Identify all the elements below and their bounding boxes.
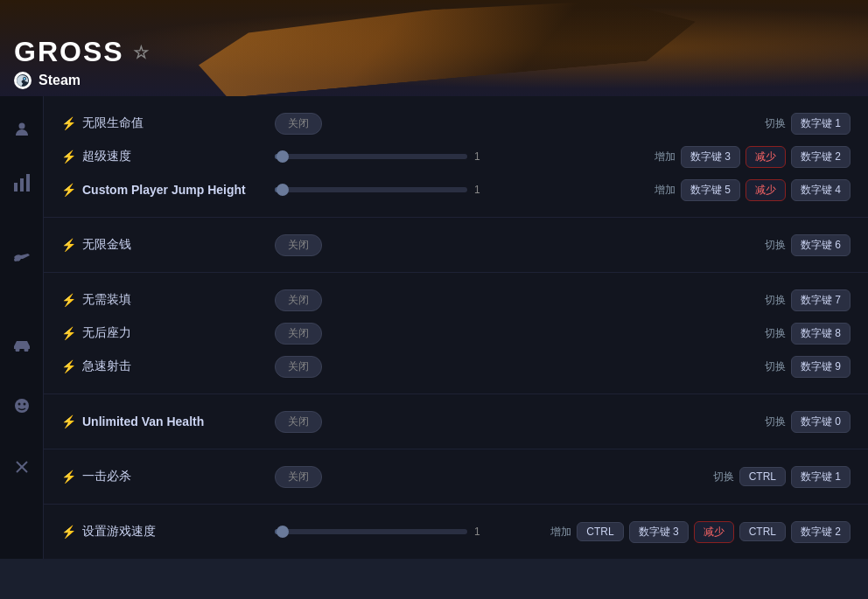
key-btn-numpad1-ohk[interactable]: 数字键 1	[791, 466, 850, 488]
cheat-row-van-health: ⚡ Unlimited Van Health 关闭 切换 数字键 0	[61, 405, 850, 438]
cheat-row-infinite-health: ⚡ 无限生命值 关闭 切换 数字键 1	[61, 107, 850, 140]
cheat-row-no-reload: ⚡ 无需装填 关闭 切换 数字键 7	[61, 283, 850, 317]
cheat-name-no-recoil: 无后座力	[82, 325, 275, 341]
slider-thumb-jump[interactable]	[276, 184, 289, 196]
keybind-game-speed: 增加 CTRL 数字键 3 减少 CTRL 数字键 2	[550, 521, 850, 543]
bolt-icon-9: ⚡	[61, 470, 75, 484]
svg-rect-4	[14, 183, 18, 192]
bolt-icon: ⚡	[61, 116, 75, 130]
key-btn-numpad9[interactable]: 数字键 9	[791, 356, 850, 378]
key-btn-ctrl-ohk[interactable]: CTRL	[739, 467, 786, 486]
toggle-btn-infinite-money[interactable]: 关闭	[275, 234, 322, 256]
toggle-btn-no-recoil[interactable]: 关闭	[275, 323, 322, 345]
slider-jump-height: 1	[275, 184, 520, 196]
svg-rect-5	[20, 178, 24, 192]
svg-point-7	[14, 258, 18, 261]
key-label-increase-3: 增加	[654, 150, 676, 164]
key-btn-numpad7[interactable]: 数字键 7	[791, 289, 850, 311]
favorite-star-icon[interactable]: ☆	[133, 42, 150, 63]
toggle-btn-infinite-health[interactable]: 关闭	[275, 113, 322, 135]
key-label-increase-ctrl3: 增加	[550, 525, 571, 540]
key-label-toggle-8: 切换	[765, 326, 786, 341]
sidebar-item-enemy[interactable]	[0, 380, 43, 432]
key-btn-numpad3-gs[interactable]: 数字键 3	[629, 521, 689, 543]
toggle-btn-rapid-fire[interactable]: 关闭	[275, 356, 322, 378]
slider-value-game-speed: 1	[474, 526, 492, 538]
sidebar	[0, 96, 44, 559]
section-money: ⚡ 无限金钱 关闭 切换 数字键 6	[44, 218, 868, 273]
keybind-infinite-money: 切换 数字键 6	[765, 234, 850, 256]
platform-row: Steam	[14, 72, 150, 89]
bolt-icon-5: ⚡	[61, 293, 75, 307]
section-enemy: ⚡ 一击必杀 关闭 切换 CTRL 数字键 1	[44, 449, 868, 505]
key-btn-numpad1[interactable]: 数字键 1	[791, 113, 850, 135]
cheat-row-infinite-money: ⚡ 无限金钱 关闭 切换 数字键 6	[61, 228, 850, 261]
key-label-toggle-6: 切换	[765, 238, 786, 253]
slider-value-jump: 1	[474, 184, 492, 196]
bolt-icon-6: ⚡	[61, 326, 75, 340]
cheat-name-infinite-health: 无限生命值	[82, 115, 275, 131]
bolt-icon-8: ⚡	[61, 414, 75, 428]
cheat-row-no-recoil: ⚡ 无后座力 关闭 切换 数字键 8	[61, 317, 850, 350]
main-layout: ⚡ 无限生命值 关闭 切换 数字键 1 ⚡ 超级速度 1	[0, 96, 868, 559]
sidebar-item-stats[interactable]	[0, 152, 43, 213]
bolt-icon-10: ⚡	[61, 525, 75, 539]
key-label-toggle-0: 切换	[765, 414, 786, 429]
keybind-no-reload: 切换 数字键 7	[765, 289, 850, 311]
game-title: GROSS	[14, 36, 124, 68]
key-decrease-game-speed[interactable]: 减少	[694, 521, 734, 543]
slider-thumb-speed[interactable]	[276, 150, 289, 163]
header-content: GROSS ☆ Steam	[0, 36, 150, 89]
sidebar-item-misc[interactable]	[0, 441, 43, 493]
key-btn-numpad0[interactable]: 数字键 0	[791, 411, 850, 433]
steam-icon	[14, 72, 32, 89]
cheat-row-one-hit-kill: ⚡ 一击必杀 关闭 切换 CTRL 数字键 1	[61, 460, 850, 493]
key-label-toggle-ctrl1: 切换	[713, 470, 734, 484]
bolt-icon-2: ⚡	[61, 150, 75, 164]
bolt-icon-7: ⚡	[61, 359, 75, 373]
keybind-van-health: 切换 数字键 0	[765, 411, 850, 433]
cheat-name-no-reload: 无需装填	[82, 292, 275, 308]
section-player: ⚡ 无限生命值 关闭 切换 数字键 1 ⚡ 超级速度 1	[44, 96, 868, 218]
sidebar-item-vehicle[interactable]	[0, 318, 43, 371]
cheat-row-rapid-fire: ⚡ 急速射击 关闭 切换 数字键 9	[61, 350, 850, 383]
cheat-name-rapid-fire: 急速射击	[82, 359, 275, 374]
cheat-name-jump-height: Custom Player Jump Height	[82, 183, 275, 197]
cheat-name-van-health: Unlimited Van Health	[82, 414, 275, 428]
bolt-icon-4: ⚡	[61, 238, 75, 252]
key-label-increase-5: 增加	[654, 183, 676, 198]
key-btn-numpad8[interactable]: 数字键 8	[791, 323, 850, 345]
key-btn-numpad2[interactable]: 数字键 2	[791, 146, 850, 168]
keybind-jump-height: 增加 数字键 5 减少 数字键 4	[654, 179, 850, 201]
cheat-row-jump-height: ⚡ Custom Player Jump Height 1 增加 数字键 5 减…	[61, 173, 850, 206]
key-label-toggle-9: 切换	[765, 359, 786, 374]
key-label-toggle-7: 切换	[765, 293, 786, 308]
sidebar-item-weapon[interactable]	[0, 213, 43, 301]
key-btn-numpad4[interactable]: 数字键 4	[791, 179, 850, 201]
key-btn-numpad2-gs[interactable]: 数字键 2	[791, 521, 850, 543]
key-decrease-jump[interactable]: 减少	[746, 179, 786, 201]
toggle-btn-one-hit-kill[interactable]: 关闭	[275, 466, 322, 488]
slider-super-speed: 1	[275, 150, 520, 163]
svg-point-2	[24, 78, 26, 80]
toggle-btn-van-health[interactable]: 关闭	[275, 411, 322, 433]
slider-thumb-game-speed[interactable]	[276, 526, 289, 538]
key-btn-numpad3[interactable]: 数字键 3	[681, 146, 740, 168]
key-btn-numpad5[interactable]: 数字键 5	[681, 179, 740, 201]
slider-track-jump[interactable]	[275, 187, 467, 192]
cheat-name-infinite-money: 无限金钱	[82, 237, 275, 253]
cheat-name-one-hit-kill: 一击必杀	[82, 469, 275, 484]
sidebar-item-player[interactable]	[0, 107, 43, 152]
content-area: ⚡ 无限生命值 关闭 切换 数字键 1 ⚡ 超级速度 1	[44, 96, 868, 559]
key-btn-ctrl-gs-inc[interactable]: CTRL	[577, 522, 623, 541]
keybind-rapid-fire: 切换 数字键 9	[765, 356, 850, 378]
slider-track-speed[interactable]	[275, 154, 467, 159]
slider-track-game-speed[interactable]	[275, 529, 467, 534]
key-decrease-speed[interactable]: 减少	[746, 146, 786, 168]
section-misc: ⚡ 设置游戏速度 1 增加 CTRL 数字键 3 减少 CTRL 数字键 2	[44, 505, 868, 559]
key-btn-numpad6[interactable]: 数字键 6	[791, 234, 850, 256]
keybind-one-hit-kill: 切换 CTRL 数字键 1	[713, 466, 850, 488]
toggle-btn-no-reload[interactable]: 关闭	[275, 289, 322, 311]
key-btn-ctrl-gs-dec[interactable]: CTRL	[739, 522, 786, 541]
platform-label: Steam	[38, 73, 80, 88]
